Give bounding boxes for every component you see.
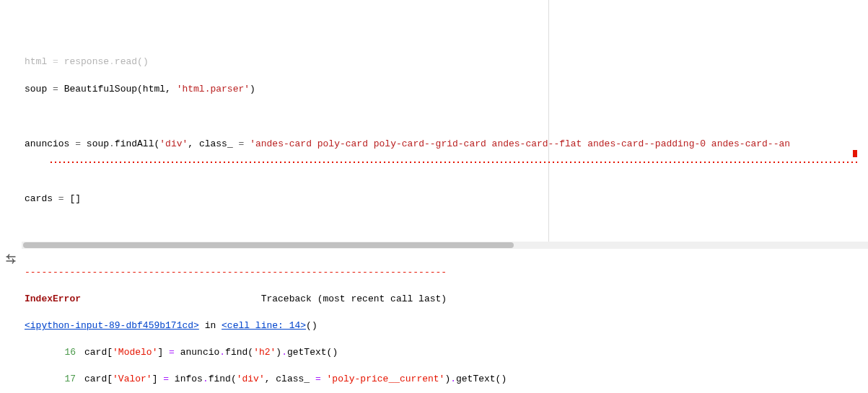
output-area: ----------------------------------------… bbox=[22, 249, 868, 393]
code-line[interactable] bbox=[25, 219, 859, 233]
traceback-link[interactable]: <cell line: 14> bbox=[222, 320, 306, 331]
code-line[interactable]: soup = BeautifulSoup(html, 'html.parser'… bbox=[25, 82, 859, 96]
traceback-line: 17card['Valor'] = infos.find('div', clas… bbox=[25, 372, 859, 385]
code-line[interactable]: cards = [] bbox=[25, 192, 859, 206]
traceback-line: IndexError Traceback (most recent call l… bbox=[25, 292, 859, 305]
traceback-line: <ipython-input-89-dbf459b171cd> in <cell… bbox=[25, 319, 859, 332]
traceback-line: ----------------------------------------… bbox=[25, 265, 859, 278]
horizontal-scrollbar[interactable] bbox=[22, 242, 868, 249]
code-editor[interactable]: html = response.read() soup = BeautifulS… bbox=[22, 0, 868, 242]
scrollbar-thumb[interactable] bbox=[23, 242, 514, 248]
traceback-line: 16card['Modelo'] = anuncio.find('h2').ge… bbox=[25, 345, 859, 358]
code-line[interactable] bbox=[25, 164, 859, 178]
error-marker[interactable] bbox=[853, 150, 857, 157]
error-underline bbox=[49, 162, 859, 163]
traceback-link[interactable]: <ipython-input-89-dbf459b171cd> bbox=[25, 320, 199, 331]
move-cell-icon[interactable] bbox=[4, 252, 17, 270]
code-line[interactable]: anuncios = soup.findAll('div', class_ = … bbox=[25, 137, 859, 151]
code-line[interactable] bbox=[25, 110, 859, 123]
cell-gutter bbox=[0, 0, 22, 393]
code-line[interactable]: html = response.read() bbox=[25, 55, 859, 69]
